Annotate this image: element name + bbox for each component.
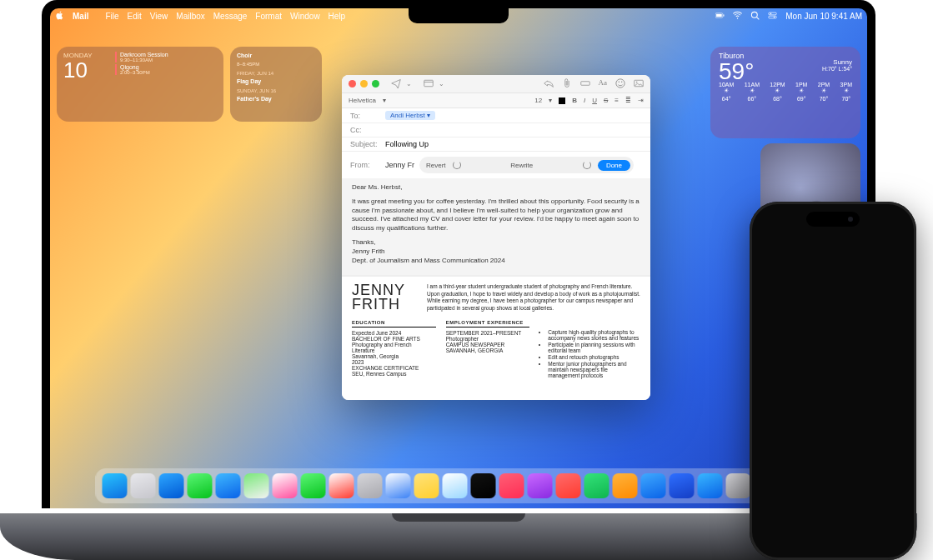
indent-button[interactable]: ⇥	[638, 97, 644, 104]
dock-app-safari[interactable]	[159, 473, 184, 498]
link-icon[interactable]	[580, 78, 590, 90]
reminders-item[interactable]: Father's Day	[237, 95, 315, 104]
text-color-swatch[interactable]	[559, 98, 565, 104]
dock-app-music[interactable]	[499, 473, 524, 498]
menu-clock[interactable]: Mon Jun 10 9:41 AM	[785, 12, 862, 21]
photo-icon[interactable]	[634, 78, 644, 90]
dock-app-news[interactable]	[556, 473, 581, 498]
italic-button[interactable]: I	[584, 97, 585, 104]
forecast-hour: 10AM☀︎64°	[719, 82, 734, 102]
dock-app-photos[interactable]	[273, 473, 298, 498]
body-signature-dept: Dept. of Journalism and Mass Communicati…	[352, 257, 505, 264]
revert-button[interactable]: Revert	[426, 162, 446, 169]
dock-app-settings[interactable]	[726, 473, 751, 498]
chevron-down-icon[interactable]: ▾	[383, 97, 386, 104]
dock-app-mail[interactable]	[216, 473, 241, 498]
attach-icon[interactable]	[562, 78, 572, 90]
dock-app-tv[interactable]	[471, 473, 496, 498]
calendar-event[interactable]: Darkroom Session9:30–11:30AM	[115, 52, 218, 62]
subject-field[interactable]: Subject:	[342, 138, 650, 152]
dock-app-messages[interactable]	[188, 473, 213, 498]
dock-app-keynote[interactable]	[641, 473, 666, 498]
bold-button[interactable]: B	[572, 97, 577, 104]
calendar-widget[interactable]: MONDAY 10 Darkroom Session9:30–11:30AMQi…	[57, 47, 223, 122]
menu-item-edit[interactable]: Edit	[128, 12, 142, 21]
dock-app-calendar[interactable]	[329, 473, 354, 498]
apple-menu[interactable]	[55, 11, 64, 22]
revert-loop-icon	[453, 161, 461, 169]
subject-input[interactable]	[385, 140, 642, 148]
menu-item-mailbox[interactable]: Mailbox	[176, 12, 204, 21]
dock-app-notes[interactable]	[414, 473, 439, 498]
format-icon[interactable]: Aa	[599, 78, 608, 90]
done-button[interactable]: Done	[598, 160, 630, 171]
svg-point-6	[770, 12, 772, 14]
reminders-sub: 8–8:45PM	[237, 61, 315, 68]
dock-app-appstore[interactable]	[698, 473, 723, 498]
svg-point-16	[636, 81, 638, 82]
dock-app-contacts[interactable]	[358, 473, 383, 498]
dock-app-xcode[interactable]	[670, 473, 695, 498]
forecast-hour: 2PM☀︎70°	[818, 82, 830, 102]
weather-widget[interactable]: Tiburon 59° Sunny H:70° L:54° 10AM☀︎64°1…	[710, 47, 860, 138]
strike-button[interactable]: S	[604, 97, 608, 104]
reply-icon[interactable]	[544, 78, 554, 90]
dock-app-maps[interactable]	[244, 473, 269, 498]
dock-app-pages[interactable]	[613, 473, 638, 498]
cv-exp-bullet: Mentor junior photographers and maintain…	[548, 361, 640, 378]
menu-app-name[interactable]: Mail	[73, 12, 88, 21]
menu-item-file[interactable]: File	[105, 12, 118, 21]
menu-item-message[interactable]: Message	[213, 12, 248, 21]
align-button[interactable]: ≡	[614, 97, 619, 104]
control-center-icon[interactable]	[768, 11, 777, 22]
chevron-down-icon[interactable]: ▾	[549, 97, 552, 104]
underline-button[interactable]: U	[592, 97, 597, 104]
font-size[interactable]: 12	[534, 97, 542, 104]
recipient-token[interactable]: Andi Herbst ▾	[385, 111, 435, 120]
dock-app-facetime[interactable]	[301, 473, 326, 498]
from-field[interactable]: From: Jenny Fr Revert Rewrite Done	[342, 152, 650, 178]
cv-attachment-preview[interactable]: JENNY FRITH I am a third-year student un…	[342, 275, 650, 400]
reminders-widget[interactable]: Choir8–8:45PMFRIDAY, JUN 14Flag DaySUNDA…	[230, 47, 322, 122]
dock-app-finder[interactable]	[103, 473, 128, 498]
menu-item-window[interactable]: Window	[290, 12, 320, 21]
battery-icon[interactable]	[715, 11, 725, 22]
calendar-event[interactable]: Qigong2:00–3:30PM	[115, 64, 218, 75]
reminders-item[interactable]: Flag Day	[237, 78, 315, 87]
dock-app-reminders[interactable]	[386, 473, 411, 498]
dock-app-numbers[interactable]	[584, 473, 609, 498]
svg-rect-1	[716, 13, 722, 16]
dock-app-freeform[interactable]	[443, 473, 468, 498]
compose-titlebar[interactable]: ⌄ ⌄ Aa	[342, 75, 650, 93]
message-body[interactable]: Dear Ms. Herbst, It was great meeting yo…	[342, 178, 650, 275]
header-fields-icon[interactable]	[424, 78, 434, 90]
chevron-down-icon[interactable]: ⌄	[439, 80, 444, 88]
dock-app-podcasts[interactable]	[528, 473, 553, 498]
search-icon[interactable]	[750, 11, 760, 22]
dock-app-launchpad[interactable]	[131, 473, 156, 498]
close-button[interactable]	[349, 80, 356, 88]
menu-item-format[interactable]: Format	[255, 12, 282, 21]
cc-field[interactable]: Cc:	[342, 123, 650, 138]
reminders-date: FRIDAY, JUN 14	[237, 70, 315, 78]
menu-item-help[interactable]: Help	[329, 12, 346, 21]
menu-item-view[interactable]: View	[150, 12, 168, 21]
iphone-device	[750, 202, 916, 560]
font-name[interactable]: Helvetica	[349, 97, 376, 104]
list-button[interactable]: ≣	[625, 97, 631, 104]
svg-rect-5	[769, 12, 777, 15]
cv-edu-line: SEU, Rennes Campus	[352, 371, 436, 377]
chevron-down-icon[interactable]: ⌄	[406, 80, 412, 88]
minimize-button[interactable]	[360, 80, 368, 88]
wifi-icon[interactable]	[733, 11, 742, 22]
from-label: From:	[350, 161, 385, 169]
to-field[interactable]: To: Andi Herbst ▾	[342, 108, 650, 123]
svg-rect-7	[769, 16, 777, 18]
cv-bio: I am a third-year student undergraduate …	[427, 283, 640, 312]
rewrite-label[interactable]: Rewrite	[468, 162, 576, 169]
cv-exp-meta-line: SAVANNAH, GEORGIA	[446, 348, 530, 353]
send-icon[interactable]	[391, 78, 401, 90]
reminders-item[interactable]: Choir	[237, 52, 315, 61]
emoji-icon[interactable]	[615, 78, 625, 90]
zoom-button[interactable]	[372, 80, 379, 88]
